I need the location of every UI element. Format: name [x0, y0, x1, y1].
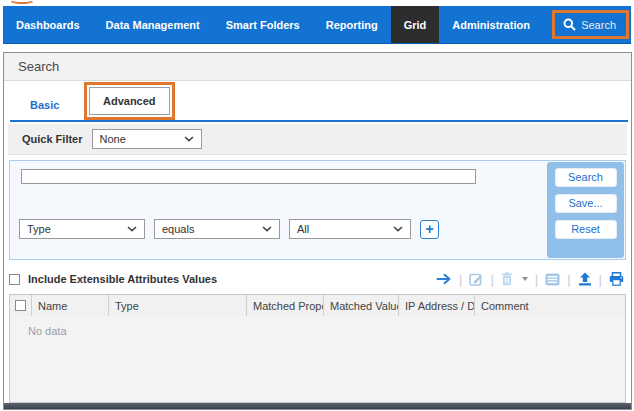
export-icon[interactable] — [578, 272, 592, 286]
nav-item-grid[interactable]: Grid — [391, 6, 440, 43]
add-filter-button[interactable]: + — [420, 220, 439, 239]
edit-icon[interactable] — [469, 272, 483, 286]
toolbar-separator: | — [567, 272, 570, 287]
delete-icon[interactable] — [501, 272, 513, 286]
toolbar-separator: | — [490, 272, 493, 287]
select-all-cell — [10, 295, 32, 316]
column-header-type[interactable]: Type — [109, 295, 247, 316]
infoblox-search-screen: { "nav": { "items": [ { "label": "Dashbo… — [0, 0, 634, 411]
quick-filter-select[interactable]: None — [92, 129, 202, 149]
nav-item-data-management[interactable]: Data Management — [93, 6, 213, 43]
go-icon[interactable] — [436, 273, 452, 285]
include-ea-checkbox[interactable] — [9, 274, 20, 285]
filter-field-value: Type — [27, 223, 51, 235]
print-icon[interactable] — [609, 272, 624, 286]
chevron-down-icon — [262, 226, 272, 232]
filter-value-select[interactable]: All — [289, 219, 411, 239]
page-title: Search — [18, 59, 59, 74]
annotation-artifact — [9, 0, 35, 4]
search-icon — [563, 18, 576, 31]
tab-advanced[interactable]: Advanced — [89, 87, 170, 115]
search-query-input[interactable] — [21, 169, 476, 184]
toolbar-separator: | — [535, 272, 538, 287]
columns-icon[interactable] — [545, 273, 560, 286]
include-ea-label: Include Extensible Attributes Values — [28, 273, 217, 285]
results-table: Name Type Matched Property Matched Value… — [9, 294, 626, 316]
chevron-down-icon — [184, 136, 194, 142]
search-actions-panel: Search Save... Reset — [547, 162, 624, 258]
filter-operator-select[interactable]: equals — [154, 219, 280, 239]
column-header-matched-value[interactable]: Matched Value — [324, 295, 399, 316]
top-navigation-bar: Dashboards Data Management Smart Folders… — [3, 6, 631, 44]
filter-criteria-row: Type equals All + — [19, 219, 439, 239]
nav-search-annotation: Search — [552, 6, 631, 43]
toolbar-separator: | — [599, 272, 602, 287]
column-header-matched-property[interactable]: Matched Property — [247, 295, 324, 316]
nav-item-smart-folders[interactable]: Smart Folders — [213, 6, 313, 43]
quick-filter-label: Quick Filter — [22, 133, 83, 145]
column-header-ip-address-data[interactable]: IP Address / Data — [399, 295, 475, 316]
global-search-button[interactable]: Search — [552, 10, 629, 39]
select-all-checkbox[interactable] — [15, 300, 26, 311]
nav-item-administration[interactable]: Administration — [439, 6, 543, 43]
tab-advanced-annotation: Advanced — [84, 82, 175, 120]
tab-underline — [10, 120, 628, 122]
nav-item-reporting[interactable]: Reporting — [313, 6, 391, 43]
delete-menu-caret-icon[interactable] — [522, 277, 528, 281]
quick-filter-value: None — [100, 133, 126, 145]
tab-bar: Basic Advanced — [4, 81, 631, 124]
empty-results-region: No data — [9, 316, 626, 403]
chevron-down-icon — [393, 226, 403, 232]
tab-basic[interactable]: Basic — [30, 99, 59, 111]
column-header-name[interactable]: Name — [32, 295, 109, 316]
results-toolbar: | | | — [436, 272, 626, 287]
advanced-search-panel: Type equals All + Search Save... — [9, 160, 626, 260]
window-bottom-bar — [4, 403, 631, 409]
save-button[interactable]: Save... — [555, 194, 617, 213]
toolbar-separator: | — [459, 272, 462, 287]
options-row: Include Extensible Attributes Values | | — [9, 268, 626, 290]
no-data-text: No data — [28, 325, 67, 337]
column-header-comment[interactable]: Comment — [475, 295, 625, 316]
filter-operator-value: equals — [162, 223, 194, 235]
window-titlebar: Search — [4, 53, 631, 81]
filter-field-select[interactable]: Type — [19, 219, 145, 239]
search-button[interactable]: Search — [555, 168, 617, 187]
results-table-header: Name Type Matched Property Matched Value… — [10, 295, 625, 316]
reset-button[interactable]: Reset — [555, 220, 617, 239]
search-window: Search Basic Advanced Quick Filter None … — [3, 52, 632, 410]
filter-value-value: All — [297, 223, 309, 235]
quick-filter-bar: Quick Filter None — [8, 124, 627, 155]
chevron-down-icon — [127, 226, 137, 232]
search-label: Search — [581, 19, 616, 31]
nav-item-dashboards[interactable]: Dashboards — [3, 6, 93, 43]
